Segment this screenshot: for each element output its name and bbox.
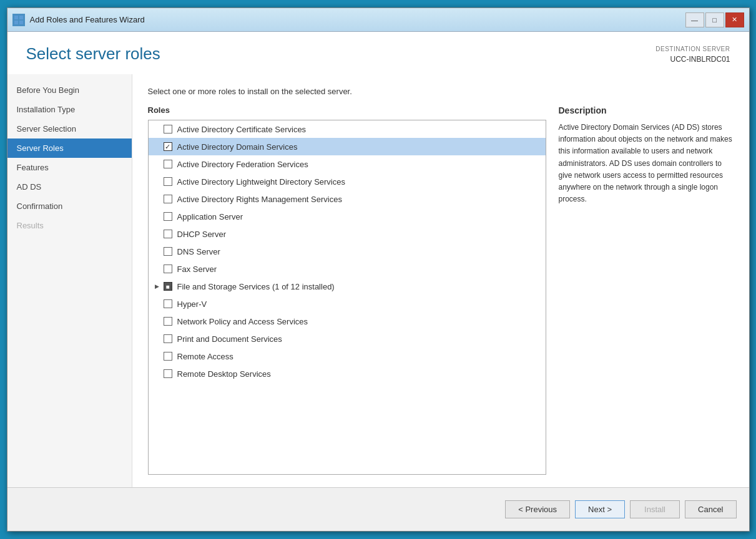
- role-label-file-storage: File and Storage Services (1 of 12 insta…: [177, 282, 335, 291]
- svg-rect-2: [14, 21, 18, 24]
- role-item-fax[interactable]: Fax Server: [149, 260, 546, 278]
- role-label-ad-fed: Active Directory Federation Services: [177, 160, 308, 169]
- role-label-ad-light: Active Directory Lightweight Directory S…: [177, 177, 345, 187]
- main-panel: Select one or more roles to install on t…: [132, 74, 749, 487]
- sidebar-item-features[interactable]: Features: [7, 158, 132, 177]
- content-area: Select server roles DESTINATION SERVER U…: [7, 32, 749, 487]
- role-item-network-policy[interactable]: Network Policy and Access Services: [149, 313, 546, 330]
- body-area: Before You Begin Installation Type Serve…: [7, 74, 749, 487]
- roles-section: Roles Active Directory Certificate Servi…: [148, 105, 734, 475]
- header-section: Select server roles DESTINATION SERVER U…: [7, 32, 749, 74]
- expand-icon-file-storage[interactable]: ▶: [154, 283, 161, 290]
- minimize-button[interactable]: —: [685, 12, 704, 27]
- destination-label: DESTINATION SERVER: [655, 44, 730, 54]
- title-bar-left: Add Roles and Features Wizard: [12, 14, 145, 26]
- role-item-remote-access[interactable]: Remote Access: [149, 347, 546, 365]
- role-item-print-doc[interactable]: Print and Document Services: [149, 330, 546, 347]
- role-item-dns[interactable]: DNS Server: [149, 243, 546, 260]
- checkbox-ad-fed[interactable]: [164, 160, 172, 168]
- roles-list[interactable]: Active Directory Certificate Services✓Ac…: [148, 120, 546, 475]
- role-label-remote-desktop: Remote Desktop Services: [177, 369, 271, 379]
- role-label-dns: DNS Server: [177, 247, 220, 256]
- checkbox-remote-desktop[interactable]: [164, 369, 172, 378]
- role-label-network-policy: Network Policy and Access Services: [177, 317, 308, 326]
- svg-rect-3: [19, 21, 23, 24]
- next-button[interactable]: Next >: [575, 500, 625, 518]
- role-label-hyper-v: Hyper-V: [177, 299, 207, 309]
- role-item-dhcp[interactable]: DHCP Server: [149, 225, 546, 243]
- checkbox-ad-cert[interactable]: [164, 125, 172, 134]
- checkbox-ad-domain[interactable]: ✓: [164, 142, 172, 151]
- sidebar-item-ad-ds[interactable]: AD DS: [7, 177, 132, 197]
- sidebar-item-server-selection[interactable]: Server Selection: [7, 119, 132, 138]
- checkbox-ad-rights[interactable]: [164, 195, 172, 203]
- role-item-file-storage[interactable]: ▶■File and Storage Services (1 of 12 ins…: [149, 278, 546, 295]
- roles-label: Roles: [148, 105, 546, 115]
- description-text: Active Directory Domain Services (AD DS)…: [559, 122, 734, 205]
- previous-button[interactable]: < Previous: [505, 500, 570, 518]
- checkbox-dhcp[interactable]: [164, 230, 172, 238]
- role-label-dhcp: DHCP Server: [177, 230, 227, 239]
- role-item-ad-fed[interactable]: Active Directory Federation Services: [149, 155, 546, 173]
- role-label-app-server: Application Server: [177, 212, 243, 221]
- title-bar-controls: — □ ✕: [685, 12, 744, 27]
- description-title: Description: [559, 105, 734, 115]
- role-label-ad-rights: Active Directory Rights Management Servi…: [177, 195, 342, 204]
- role-item-ad-rights[interactable]: Active Directory Rights Management Servi…: [149, 190, 546, 208]
- role-item-ad-light[interactable]: Active Directory Lightweight Directory S…: [149, 173, 546, 190]
- role-label-ad-cert: Active Directory Certificate Services: [177, 125, 307, 134]
- checkbox-fax[interactable]: [164, 265, 172, 273]
- sidebar-item-installation-type[interactable]: Installation Type: [7, 100, 132, 119]
- svg-rect-1: [19, 16, 23, 19]
- close-button[interactable]: ✕: [725, 12, 744, 27]
- svg-rect-0: [14, 16, 18, 19]
- checkbox-dns[interactable]: [164, 247, 172, 256]
- title-bar: Add Roles and Features Wizard — □ ✕: [7, 8, 749, 32]
- checkbox-app-server[interactable]: [164, 212, 172, 221]
- install-button[interactable]: Install: [630, 500, 680, 518]
- sidebar-item-before-you-begin[interactable]: Before You Begin: [7, 80, 132, 100]
- cancel-button[interactable]: Cancel: [685, 500, 736, 518]
- destination-name: UCC-INBLRDC01: [655, 54, 730, 65]
- role-label-fax: Fax Server: [177, 265, 217, 274]
- bottom-bar: < Previous Next > Install Cancel: [7, 487, 749, 531]
- page-title: Select server roles: [26, 44, 160, 64]
- destination-server: DESTINATION SERVER UCC-INBLRDC01: [655, 44, 730, 65]
- app-icon: [12, 14, 25, 26]
- maximize-button[interactable]: □: [705, 12, 724, 27]
- checkbox-remote-access[interactable]: [164, 352, 172, 361]
- role-label-print-doc: Print and Document Services: [177, 334, 282, 344]
- sidebar-item-results: Results: [7, 216, 132, 235]
- checkbox-network-policy[interactable]: [164, 317, 172, 326]
- role-item-hyper-v[interactable]: Hyper-V: [149, 295, 546, 313]
- role-item-app-server[interactable]: Application Server: [149, 208, 546, 225]
- sidebar-item-confirmation[interactable]: Confirmation: [7, 197, 132, 216]
- checkbox-hyper-v[interactable]: [164, 299, 172, 308]
- checkbox-print-doc[interactable]: [164, 334, 172, 343]
- main-window: Add Roles and Features Wizard — □ ✕ Sele…: [7, 7, 750, 532]
- roles-container: Roles Active Directory Certificate Servi…: [148, 105, 546, 475]
- checkbox-ad-light[interactable]: [164, 177, 172, 186]
- role-item-ad-domain[interactable]: ✓Active Directory Domain Services: [149, 138, 546, 155]
- role-label-ad-domain: Active Directory Domain Services: [177, 142, 298, 152]
- description-panel: Description Active Directory Domain Serv…: [559, 105, 734, 475]
- role-label-remote-access: Remote Access: [177, 352, 233, 361]
- checkbox-file-storage[interactable]: ■: [164, 282, 172, 291]
- instruction-text: Select one or more roles to install on t…: [148, 87, 734, 96]
- window-title: Add Roles and Features Wizard: [30, 15, 145, 24]
- role-item-ad-cert[interactable]: Active Directory Certificate Services: [149, 120, 546, 138]
- sidebar: Before You Begin Installation Type Serve…: [7, 74, 132, 487]
- sidebar-item-server-roles[interactable]: Server Roles: [7, 138, 132, 158]
- role-item-remote-desktop[interactable]: Remote Desktop Services: [149, 365, 546, 382]
